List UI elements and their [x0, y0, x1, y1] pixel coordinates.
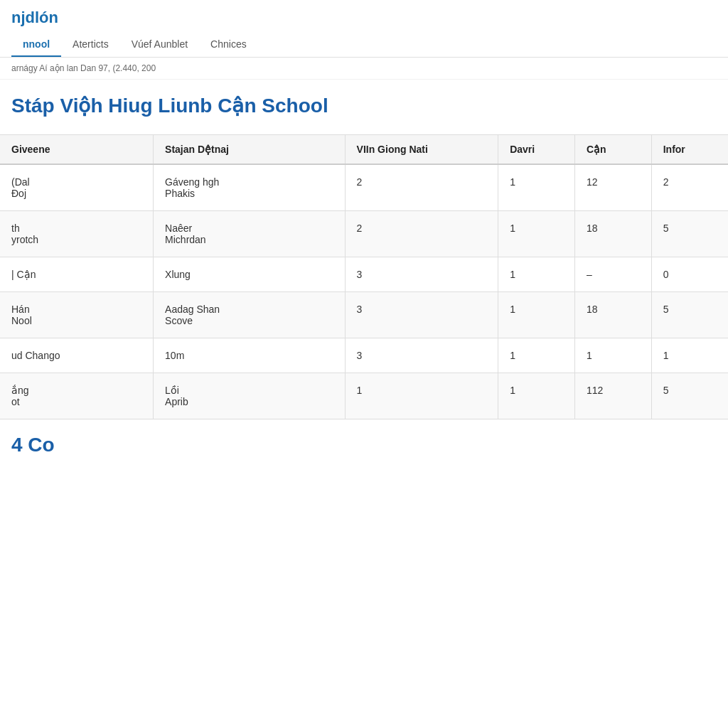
cell-can-2: –	[574, 257, 651, 292]
cell-giveene-3: HánNool	[0, 292, 154, 338]
cell-davri-1: 1	[498, 211, 575, 257]
cell-giveene-0: (DalĐoj	[0, 164, 154, 211]
cell-davri-2: 1	[498, 257, 575, 292]
tab-chnices[interactable]: Chnices	[199, 33, 258, 57]
cell-davri-3: 1	[498, 292, 575, 338]
cell-stajan-4: 10m	[154, 338, 345, 373]
table-row: (DalĐojGáveng hghPhakis21122	[0, 164, 728, 211]
col-header-stajan: Stajan Dệtnaj	[154, 135, 345, 165]
cell-stajan-5: LồiAprib	[154, 373, 345, 419]
footer-text: 4 Co	[11, 434, 55, 456]
nav-tabs: nnool Aterticts Vúef Aunblet Chnices	[11, 33, 717, 57]
cell-giveene-2: | Cận	[0, 257, 154, 292]
col-header-vlln: VIIn Giong Nati	[345, 135, 498, 165]
cell-davri-5: 1	[498, 373, 575, 419]
app-header: njdlón nnool Aterticts Vúef Aunblet Chni…	[0, 0, 728, 58]
breadcrumb: arnágy Aí aộn lan Dan 97, (2.440, 200	[0, 58, 728, 80]
cell-can-4: 1	[574, 338, 651, 373]
cell-giveene-4: ud Chango	[0, 338, 154, 373]
cell-vlln-3: 3	[345, 292, 498, 338]
cell-can-1: 18	[574, 211, 651, 257]
col-header-can: Cận	[574, 135, 651, 165]
cell-can-3: 18	[574, 292, 651, 338]
cell-davri-0: 1	[498, 164, 575, 211]
cell-stajan-0: Gáveng hghPhakis	[154, 164, 345, 211]
cell-stajan-1: NaêerMichrdan	[154, 211, 345, 257]
table-container: Giveene Stajan Dệtnaj VIIn Giong Nati Da…	[0, 134, 728, 419]
cell-giveene-5: ắngot	[0, 373, 154, 419]
col-header-infor: Infor	[651, 135, 728, 165]
cell-infor-2: 0	[651, 257, 728, 292]
table-row: | CậnXlung31–0	[0, 257, 728, 292]
table-row: thyrotchNaêerMichrdan21185	[0, 211, 728, 257]
table-row: HánNoolAadag ShanScove31185	[0, 292, 728, 338]
table-header-row: Giveene Stajan Dệtnaj VIIn Giong Nati Da…	[0, 135, 728, 165]
cell-infor-1: 5	[651, 211, 728, 257]
tab-nnool[interactable]: nnool	[11, 33, 61, 57]
col-header-giveene: Giveene	[0, 135, 154, 165]
cell-infor-3: 5	[651, 292, 728, 338]
page-title: Stáp Viộh Hiug Liunb Cận School	[11, 94, 717, 117]
cell-stajan-3: Aadag ShanScove	[154, 292, 345, 338]
footer-area: 4 Co	[0, 419, 728, 471]
cell-vlln-0: 2	[345, 164, 498, 211]
cell-vlln-2: 3	[345, 257, 498, 292]
page-title-section: Stáp Viộh Hiug Liunb Cận School	[0, 80, 728, 134]
cell-infor-0: 2	[651, 164, 728, 211]
cell-vlln-5: 1	[345, 373, 498, 419]
table-row: ud Chango10m3111	[0, 338, 728, 373]
app-title: njdlón	[11, 9, 717, 27]
cell-can-0: 12	[574, 164, 651, 211]
cell-giveene-1: thyrotch	[0, 211, 154, 257]
tab-aterticts[interactable]: Aterticts	[61, 33, 120, 57]
cell-stajan-2: Xlung	[154, 257, 345, 292]
cell-vlln-4: 3	[345, 338, 498, 373]
cell-vlln-1: 2	[345, 211, 498, 257]
breadcrumb-text: arnágy Aí aộn lan Dan 97, (2.440, 200	[11, 63, 156, 73]
cell-can-5: 112	[574, 373, 651, 419]
cell-davri-4: 1	[498, 338, 575, 373]
cell-infor-5: 5	[651, 373, 728, 419]
tab-vuef-aunblet[interactable]: Vúef Aunblet	[120, 33, 199, 57]
cell-infor-4: 1	[651, 338, 728, 373]
main-table: Giveene Stajan Dệtnaj VIIn Giong Nati Da…	[0, 134, 728, 419]
table-row: ắngotLồiAprib111125	[0, 373, 728, 419]
col-header-davri: Davri	[498, 135, 575, 165]
